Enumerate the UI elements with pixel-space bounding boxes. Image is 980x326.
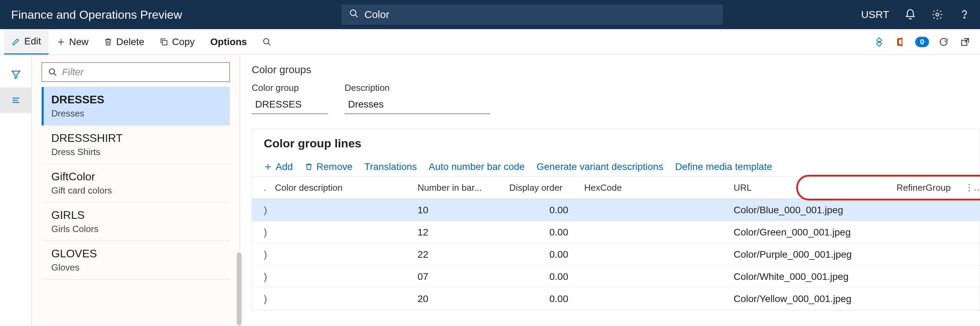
content-panel: Color groups Color group DRESSES Descrip… xyxy=(240,55,980,326)
cell-num[interactable]: 12 xyxy=(412,227,504,238)
cell-num[interactable]: 22 xyxy=(412,249,504,260)
pencil-icon xyxy=(12,37,21,46)
field-color-group: Color group DRESSES xyxy=(252,83,328,114)
grid: . Color description Number in bar... Dis… xyxy=(252,177,980,310)
list-item-sub: Dress Shirts xyxy=(51,147,222,157)
global-search[interactable]: Color xyxy=(342,5,723,25)
attachments-button[interactable]: 0 xyxy=(916,36,928,48)
main-area: DRESSESDressesDRESSSHIRTDress ShirtsGift… xyxy=(0,55,980,326)
app-title: Finance and Operations Preview xyxy=(11,8,182,22)
table-row[interactable]: )200.00Color/Yellow_000_001.jpeg xyxy=(252,288,980,310)
table-row[interactable]: )100.00Color/Blue_000_001.jpeg xyxy=(252,199,980,221)
cell-url[interactable]: Color/Green_000_001.jpeg xyxy=(728,227,891,238)
row-lead: ) xyxy=(258,227,269,238)
new-label: New xyxy=(69,37,88,48)
cell-disp[interactable]: 0.00 xyxy=(504,227,579,238)
row-lead: ) xyxy=(258,205,269,216)
cell-url[interactable]: Color/White_000_001.jpeg xyxy=(728,271,891,282)
list-item[interactable]: GLOVESGloves xyxy=(41,241,230,280)
copy-icon xyxy=(159,37,169,46)
edit-button[interactable]: Edit xyxy=(4,29,49,54)
left-rail xyxy=(0,55,32,326)
row-lead: ) xyxy=(258,271,269,282)
cell-url[interactable]: Color/Yellow_000_001.jpeg xyxy=(728,293,891,304)
grid-header-hex[interactable]: HexCode xyxy=(579,183,728,193)
gear-icon[interactable] xyxy=(931,9,943,21)
cell-num[interactable]: 07 xyxy=(412,271,504,282)
grid-header-ref[interactable]: RefinerGroup xyxy=(891,183,959,193)
field-label: Description xyxy=(345,83,490,93)
list-item[interactable]: DRESSESDresses xyxy=(41,87,230,126)
top-header: Finance and Operations Preview Color USR… xyxy=(0,0,980,29)
table-row[interactable]: )220.00Color/Purple_000_001.jpeg xyxy=(252,243,980,266)
cell-num[interactable]: 20 xyxy=(412,293,504,304)
remove-button[interactable]: Remove xyxy=(305,161,353,172)
edit-label: Edit xyxy=(24,36,41,47)
plus-icon xyxy=(57,37,65,46)
cell-url[interactable]: Color/Blue_000_001.jpeg xyxy=(728,205,891,216)
remove-label: Remove xyxy=(317,161,353,172)
grid-header-disp[interactable]: Display order xyxy=(504,183,579,193)
cell-disp[interactable]: 0.00 xyxy=(504,293,579,304)
grid-header-more[interactable]: ⋮ xyxy=(959,183,980,193)
list-items: DRESSESDressesDRESSSHIRTDress ShirtsGift… xyxy=(41,87,230,280)
filter-field[interactable] xyxy=(62,67,223,78)
new-button[interactable]: New xyxy=(49,29,96,54)
list-item-sub: Gift card colors xyxy=(51,185,222,196)
copy-label: Copy xyxy=(172,37,194,48)
field-value-description[interactable]: Dresses xyxy=(345,97,490,114)
help-icon[interactable] xyxy=(959,9,970,21)
list-panel: DRESSESDressesDRESSSHIRTDress ShirtsGift… xyxy=(32,55,240,326)
options-label: Options xyxy=(210,37,247,48)
copy-button[interactable]: Copy xyxy=(152,29,202,54)
list-item-sub: Gloves xyxy=(51,262,222,273)
list-item[interactable]: GIRLSGirls Colors xyxy=(41,202,230,241)
options-button[interactable]: Options xyxy=(203,29,255,54)
add-button[interactable]: Add xyxy=(264,161,293,172)
define-media-button[interactable]: Define media template xyxy=(675,161,772,172)
svg-rect-6 xyxy=(162,40,167,45)
grid-header-row: . Color description Number in bar... Dis… xyxy=(252,177,980,199)
refresh-icon[interactable] xyxy=(938,36,950,48)
list-item-title: GLOVES xyxy=(51,247,222,260)
find-button[interactable] xyxy=(255,29,279,54)
header-right: USRT xyxy=(861,9,970,21)
attachments-badge: 0 xyxy=(915,37,929,47)
filter-pane-button[interactable] xyxy=(0,62,32,87)
cell-disp[interactable]: 0.00 xyxy=(504,205,579,216)
grid-header-desc[interactable]: Color description xyxy=(269,183,412,193)
filter-input[interactable] xyxy=(41,62,230,82)
bell-icon[interactable] xyxy=(904,9,916,21)
grid-header-num[interactable]: Number in bar... xyxy=(412,183,504,193)
list-item[interactable]: GiftColorGift card colors xyxy=(41,164,230,202)
diamond-icon[interactable] xyxy=(873,36,885,48)
grid-header-lead: . xyxy=(258,183,269,193)
auto-number-button[interactable]: Auto number bar code xyxy=(429,161,525,172)
row-lead: ) xyxy=(258,293,269,304)
list-item-title: DRESSSHIRT xyxy=(51,132,222,145)
delete-button[interactable]: Delete xyxy=(96,29,152,54)
list-item[interactable]: DRESSSHIRTDress Shirts xyxy=(41,126,230,164)
user-label[interactable]: USRT xyxy=(861,9,889,21)
grid-header-url[interactable]: URL xyxy=(728,183,891,193)
generate-variant-button[interactable]: Generate variant descriptions xyxy=(537,161,663,172)
table-row[interactable]: )070.00Color/White_000_001.jpeg xyxy=(252,266,980,288)
cell-disp[interactable]: 0.00 xyxy=(504,249,579,260)
related-info-button[interactable] xyxy=(0,87,32,113)
field-value-color-group[interactable]: DRESSES xyxy=(252,97,328,114)
table-row[interactable]: )120.00Color/Green_000_001.jpeg xyxy=(252,221,980,243)
popout-icon[interactable] xyxy=(959,36,971,48)
page-title: Color groups xyxy=(252,64,980,76)
row-lead: ) xyxy=(258,249,269,260)
office-icon[interactable] xyxy=(895,36,907,48)
svg-line-14 xyxy=(54,73,56,76)
svg-line-1 xyxy=(355,15,357,17)
list-item-sub: Girls Colors xyxy=(51,224,222,234)
trash-icon xyxy=(103,37,113,46)
cell-url[interactable]: Color/Purple_000_001.jpeg xyxy=(728,249,891,260)
cell-disp[interactable]: 0.00 xyxy=(504,271,579,282)
cell-num[interactable]: 10 xyxy=(412,205,504,216)
add-label: Add xyxy=(275,161,293,172)
field-description: Description Dresses xyxy=(345,83,490,114)
translations-button[interactable]: Translations xyxy=(364,161,417,172)
